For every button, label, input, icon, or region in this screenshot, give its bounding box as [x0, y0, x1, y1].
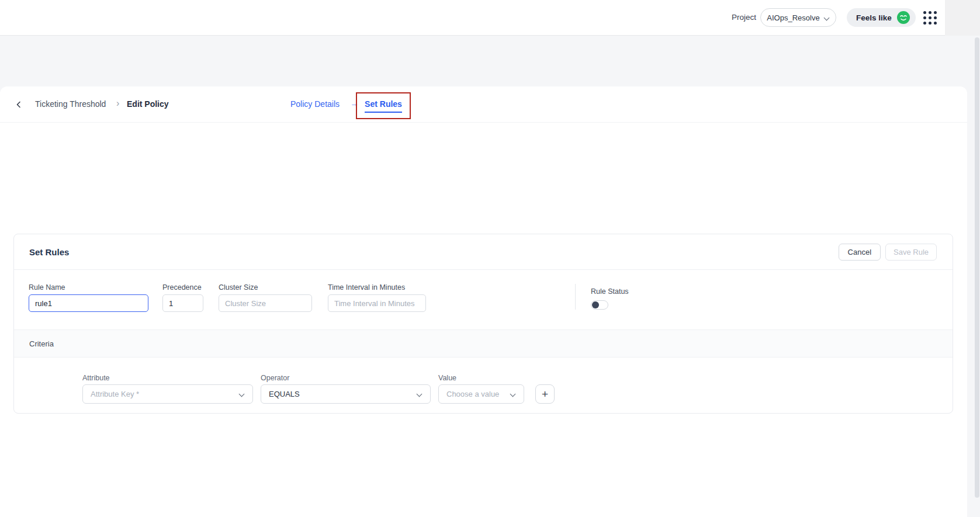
time-interval-input[interactable]: [328, 294, 426, 312]
vertical-scrollbar[interactable]: [975, 37, 979, 498]
rule-status-label: Rule Status: [591, 287, 629, 296]
tab-policy-details[interactable]: Policy Details: [290, 99, 340, 109]
chevron-down-icon: [240, 391, 245, 397]
value-select-placeholder: Choose a value: [446, 390, 499, 398]
feels-like-button[interactable]: Feels like: [847, 8, 916, 27]
rule-name-label: Rule Name: [29, 283, 65, 292]
value-select[interactable]: Choose a value: [438, 384, 524, 404]
red-annotation-box: Set Rules: [356, 92, 411, 119]
toggle-knob: [592, 301, 599, 308]
cluster-size-input[interactable]: [219, 294, 312, 312]
tab-set-rules[interactable]: Set Rules: [365, 99, 402, 113]
project-selector-value: AIOps_Resolve: [767, 13, 819, 22]
breadcrumb: Ticketing Threshold › Edit Policy Policy…: [0, 86, 967, 123]
apps-grid-icon[interactable]: [923, 11, 937, 25]
project-selector[interactable]: AIOps_Resolve: [760, 8, 836, 27]
add-icon: +: [542, 388, 548, 401]
window-corner-filler: [945, 0, 980, 36]
attribute-select-placeholder: Attribute Key *: [91, 390, 139, 398]
card-title: Set Rules: [29, 247, 69, 257]
criteria-row: Attribute Operator Value Attribute Key *…: [14, 358, 953, 413]
cluster-size-label: Cluster Size: [219, 283, 258, 292]
criteria-section-header: Criteria: [14, 329, 953, 358]
chevron-down-icon: [511, 391, 516, 397]
back-chevron-icon[interactable]: [15, 100, 23, 109]
cancel-button[interactable]: Cancel: [839, 244, 881, 261]
operator-label: Operator: [261, 374, 289, 382]
precedence-label: Precedence: [162, 283, 202, 292]
rule-name-input[interactable]: [29, 294, 148, 312]
breadcrumb-item-ticketing-threshold[interactable]: Ticketing Threshold: [35, 99, 106, 109]
rule-status-toggle[interactable]: [591, 300, 608, 310]
project-label: Project: [732, 13, 756, 22]
value-label: Value: [438, 374, 456, 382]
precedence-input[interactable]: [162, 294, 203, 312]
chevron-down-icon: [417, 391, 423, 397]
attribute-select[interactable]: Attribute Key *: [82, 384, 253, 404]
breadcrumb-separator-icon: ›: [116, 98, 119, 109]
set-rules-card: Set Rules Cancel Save Rule Rule Name Pre…: [13, 234, 953, 414]
content-area: Ticketing Threshold › Edit Policy Policy…: [0, 86, 967, 517]
attribute-label: Attribute: [82, 374, 110, 382]
criteria-label: Criteria: [29, 339, 54, 348]
chevron-down-icon: [825, 15, 830, 20]
vertical-divider: [575, 284, 576, 310]
save-rule-button[interactable]: Save Rule: [885, 244, 937, 261]
add-criteria-button[interactable]: +: [535, 384, 555, 404]
operator-select[interactable]: EQUALS: [261, 384, 431, 404]
operator-select-value: EQUALS: [269, 390, 300, 398]
breadcrumb-item-edit-policy: Edit Policy: [127, 99, 169, 109]
top-bar: Project AIOps_Resolve Feels like: [0, 0, 980, 36]
rule-settings-row: Rule Name Precedence Cluster Size Time I…: [14, 270, 953, 329]
feels-like-label: Feels like: [856, 13, 892, 22]
time-interval-label: Time Interval in Minutes: [328, 283, 405, 292]
card-header: Set Rules Cancel Save Rule: [14, 234, 953, 270]
feels-like-emoji-icon: [897, 11, 910, 24]
